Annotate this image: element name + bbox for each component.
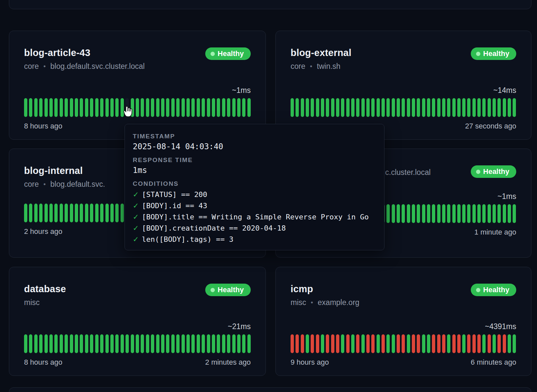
status-bar[interactable] — [306, 334, 309, 353]
status-bar[interactable] — [497, 204, 501, 223]
status-bar[interactable] — [85, 204, 88, 222]
status-bar[interactable] — [34, 98, 38, 117]
status-bar[interactable] — [126, 334, 129, 353]
status-bar[interactable] — [467, 204, 470, 223]
status-bar[interactable] — [397, 334, 400, 353]
status-bar[interactable] — [382, 98, 385, 117]
status-bar[interactable] — [346, 98, 350, 117]
status-bar[interactable] — [422, 204, 425, 223]
status-bar[interactable] — [412, 334, 415, 353]
status-bar[interactable] — [477, 334, 481, 353]
status-bar[interactable] — [452, 98, 456, 117]
status-bar[interactable] — [54, 334, 58, 353]
status-bar[interactable] — [371, 98, 375, 117]
status-bar[interactable] — [176, 98, 180, 117]
status-bar[interactable] — [361, 98, 365, 117]
status-bar[interactable] — [301, 98, 304, 117]
status-bar[interactable] — [442, 98, 445, 117]
status-bar[interactable] — [386, 98, 390, 117]
status-bar[interactable] — [141, 98, 144, 117]
status-bar[interactable] — [95, 98, 99, 117]
status-bar[interactable] — [237, 334, 240, 353]
status-bar[interactable] — [361, 334, 365, 353]
status-bar[interactable] — [65, 204, 68, 222]
status-bar[interactable] — [472, 334, 476, 353]
status-bar[interactable] — [24, 334, 27, 353]
status-bar[interactable] — [447, 334, 450, 353]
status-bar[interactable] — [442, 204, 445, 223]
status-bar[interactable] — [131, 334, 134, 353]
status-bar[interactable] — [141, 334, 144, 353]
status-bar[interactable] — [477, 204, 481, 223]
status-bar[interactable] — [105, 204, 109, 222]
status-bar[interactable] — [232, 334, 236, 353]
status-bar[interactable] — [326, 334, 329, 353]
status-bar[interactable] — [197, 98, 200, 117]
status-bar[interactable] — [497, 98, 501, 117]
status-bar[interactable] — [397, 98, 400, 117]
status-bar[interactable] — [115, 334, 119, 353]
status-bar[interactable] — [417, 204, 420, 223]
status-bar[interactable] — [447, 98, 450, 117]
status-bar[interactable] — [121, 334, 124, 353]
endpoint-card-blog-article-43[interactable]: blog-article-43 Healthy core • blog.defa… — [9, 31, 266, 140]
status-bar[interactable] — [222, 334, 225, 353]
status-bar[interactable] — [202, 98, 205, 117]
status-bar[interactable] — [351, 334, 354, 353]
status-bar[interactable] — [75, 334, 78, 353]
status-bar[interactable] — [100, 334, 103, 353]
status-bar[interactable] — [467, 98, 470, 117]
status-bar[interactable] — [503, 204, 506, 223]
status-bar[interactable] — [432, 204, 435, 223]
status-bar[interactable] — [412, 98, 415, 117]
status-bar[interactable] — [146, 334, 149, 353]
status-bar[interactable] — [212, 334, 215, 353]
status-bar[interactable] — [60, 204, 63, 222]
status-bar[interactable] — [331, 334, 334, 353]
status-bar[interactable] — [402, 98, 405, 117]
status-bar[interactable] — [296, 98, 299, 117]
status-bar[interactable] — [508, 334, 511, 353]
status-bar[interactable] — [508, 98, 511, 117]
status-bar[interactable] — [161, 334, 164, 353]
status-bar[interactable] — [432, 334, 435, 353]
status-bar[interactable] — [311, 334, 314, 353]
status-bar[interactable] — [513, 204, 516, 223]
status-bar[interactable] — [217, 334, 220, 353]
status-bar[interactable] — [437, 334, 440, 353]
status-bar[interactable] — [212, 98, 215, 117]
status-bar[interactable] — [247, 98, 251, 117]
status-bar[interactable] — [90, 98, 93, 117]
status-bar[interactable] — [437, 98, 440, 117]
status-bar[interactable] — [356, 98, 359, 117]
status-bar[interactable] — [49, 334, 53, 353]
endpoint-card-database[interactable]: database Healthy misc • ~21ms 8 hours ag… — [9, 267, 266, 376]
status-bar[interactable] — [386, 334, 390, 353]
status-bar[interactable] — [90, 204, 93, 222]
status-bar[interactable] — [105, 98, 109, 117]
status-bar[interactable] — [70, 204, 73, 222]
status-bar[interactable] — [457, 334, 461, 353]
status-bar[interactable] — [488, 334, 491, 353]
status-bar[interactable] — [366, 98, 370, 117]
status-bar[interactable] — [452, 204, 456, 223]
status-bar[interactable] — [29, 98, 32, 117]
status-bar[interactable] — [54, 204, 58, 222]
status-bar[interactable] — [166, 98, 169, 117]
status-bar[interactable] — [493, 204, 496, 223]
status-bar[interactable] — [110, 334, 114, 353]
status-bar[interactable] — [513, 334, 516, 353]
status-bar[interactable] — [65, 334, 68, 353]
status-bar[interactable] — [39, 204, 42, 222]
status-bar[interactable] — [176, 334, 180, 353]
status-bar[interactable] — [497, 334, 501, 353]
status-bar[interactable] — [95, 334, 99, 353]
endpoint-card-blog-external[interactable]: blog-external Healthy core • twin.sh ~14… — [275, 31, 531, 140]
status-bar[interactable] — [336, 98, 339, 117]
status-bar[interactable] — [377, 98, 380, 117]
status-bar[interactable] — [182, 98, 185, 117]
status-bar[interactable] — [366, 334, 370, 353]
status-bar[interactable] — [80, 334, 83, 353]
status-bar[interactable] — [161, 98, 164, 117]
status-bar[interactable] — [437, 204, 440, 223]
